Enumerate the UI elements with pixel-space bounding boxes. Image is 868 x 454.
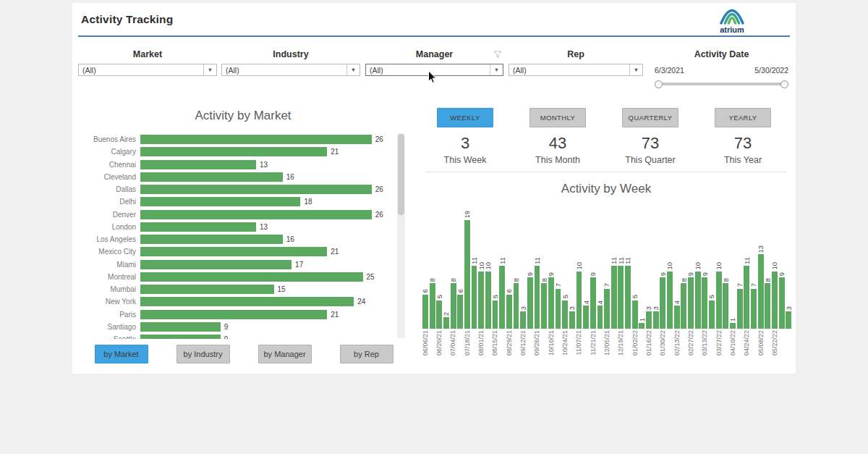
- market-bar-row: Mumbai15: [78, 283, 395, 295]
- week-bar[interactable]: [590, 277, 596, 329]
- market-bar[interactable]: [140, 197, 300, 206]
- week-bar[interactable]: [716, 272, 722, 329]
- date-range-start: 6/3/2021: [655, 66, 684, 75]
- market-bar[interactable]: [140, 322, 221, 332]
- week-bar[interactable]: [569, 311, 575, 329]
- week-bar[interactable]: [583, 306, 589, 329]
- week-bar[interactable]: [702, 277, 707, 329]
- week-bar[interactable]: [646, 311, 652, 329]
- week-bar[interactable]: [493, 300, 498, 329]
- week-bar[interactable]: [443, 317, 449, 329]
- week-bar[interactable]: [737, 289, 743, 329]
- week-bar[interactable]: [604, 289, 610, 329]
- week-bar[interactable]: [597, 306, 603, 329]
- market-bar[interactable]: [140, 297, 354, 306]
- market-bar-row: Dallas26: [78, 183, 395, 196]
- week-bar[interactable]: [541, 283, 547, 329]
- week-bar[interactable]: [611, 266, 617, 329]
- rep-filter-dropdown[interactable]: (All) ▼: [509, 64, 643, 76]
- week-bar[interactable]: [674, 306, 680, 329]
- week-bar[interactable]: [520, 311, 526, 329]
- market-filter-dropdown[interactable]: (All) ▼: [78, 64, 217, 76]
- week-bar[interactable]: [562, 300, 568, 329]
- market-bar-value: 25: [367, 273, 375, 281]
- monthly-button[interactable]: MONTHLY: [529, 108, 586, 127]
- week-bar[interactable]: [618, 266, 624, 329]
- market-bar[interactable]: [140, 272, 363, 282]
- quarterly-button[interactable]: QUARTERLY: [622, 108, 678, 127]
- week-bar[interactable]: [709, 300, 715, 329]
- slider-handle-start[interactable]: [655, 80, 663, 88]
- week-bar[interactable]: [751, 289, 757, 329]
- week-bar[interactable]: [765, 283, 770, 329]
- market-bar[interactable]: [140, 135, 372, 144]
- date-range-slider[interactable]: [655, 79, 788, 89]
- market-bar[interactable]: [140, 235, 283, 244]
- market-bar[interactable]: [140, 185, 372, 194]
- market-bar-row: Los Angeles16: [78, 233, 395, 245]
- kpi-value: 73: [697, 134, 789, 153]
- by-rep-button[interactable]: by Rep: [340, 345, 393, 363]
- week-bar[interactable]: [723, 283, 728, 329]
- week-bar[interactable]: [632, 300, 638, 329]
- market-bar-row: Seattle9: [78, 333, 395, 339]
- week-bar[interactable]: [625, 266, 631, 329]
- market-bar-value: 21: [331, 248, 339, 256]
- week-bar[interactable]: [556, 289, 561, 329]
- by-industry-button[interactable]: by Industry: [176, 345, 230, 363]
- market-bar[interactable]: [140, 310, 327, 319]
- market-bar[interactable]: [140, 160, 256, 169]
- week-bar[interactable]: [514, 283, 519, 329]
- week-bar[interactable]: [472, 266, 477, 329]
- page-title: Activity Tracking: [81, 13, 173, 26]
- week-bar[interactable]: [430, 283, 435, 329]
- week-bar[interactable]: [451, 283, 456, 329]
- week-bar[interactable]: [744, 266, 749, 329]
- market-bar-value: 13: [260, 161, 268, 169]
- kpi-this-month: 43 This Month: [511, 134, 604, 165]
- week-bar[interactable]: [681, 283, 686, 329]
- market-bar[interactable]: [140, 222, 256, 232]
- yearly-button[interactable]: YEARLY: [715, 108, 771, 127]
- weekly-button[interactable]: WEEKLY: [437, 108, 493, 127]
- week-bar[interactable]: [660, 277, 665, 329]
- week-bar[interactable]: [639, 323, 644, 329]
- by-market-button[interactable]: by Market: [95, 345, 148, 363]
- slider-handle-end[interactable]: [780, 80, 788, 88]
- market-chart-scrollbar-thumb[interactable]: [398, 134, 404, 215]
- week-bar[interactable]: [436, 300, 442, 329]
- week-bar[interactable]: [653, 311, 659, 329]
- market-bar[interactable]: [140, 247, 327, 256]
- market-bar[interactable]: [140, 210, 372, 219]
- week-bar[interactable]: [548, 277, 554, 329]
- industry-filter-dropdown[interactable]: (All) ▼: [221, 64, 360, 76]
- week-bar[interactable]: [779, 277, 785, 329]
- logo: atrium: [713, 4, 751, 34]
- week-bar[interactable]: [758, 254, 764, 329]
- week-bar[interactable]: [527, 277, 533, 329]
- week-bar[interactable]: [772, 272, 778, 329]
- week-bar[interactable]: [506, 295, 512, 329]
- market-bar[interactable]: [140, 285, 274, 294]
- week-bar[interactable]: [688, 277, 694, 329]
- market-bar[interactable]: [140, 172, 283, 182]
- week-bar[interactable]: [695, 272, 701, 329]
- by-manager-button[interactable]: by Manager: [258, 345, 312, 363]
- week-bar[interactable]: [667, 272, 673, 329]
- week-bar[interactable]: [485, 272, 491, 329]
- week-bar[interactable]: [535, 266, 540, 329]
- week-bar[interactable]: [576, 272, 582, 329]
- week-bar[interactable]: [464, 220, 470, 329]
- week-bar[interactable]: [786, 311, 791, 329]
- week-bar[interactable]: [499, 266, 505, 329]
- market-bar[interactable]: [140, 335, 221, 339]
- market-bar[interactable]: [140, 260, 292, 269]
- slider-track[interactable]: [657, 83, 786, 85]
- week-axis-tick-label: 06/06/21: [420, 330, 431, 361]
- week-axis-tick-label: 11/07/21: [574, 330, 585, 361]
- week-bar[interactable]: [457, 295, 463, 329]
- week-bar[interactable]: [422, 295, 428, 329]
- market-bar[interactable]: [140, 147, 327, 156]
- week-bar[interactable]: [730, 323, 736, 329]
- week-bar[interactable]: [478, 272, 484, 329]
